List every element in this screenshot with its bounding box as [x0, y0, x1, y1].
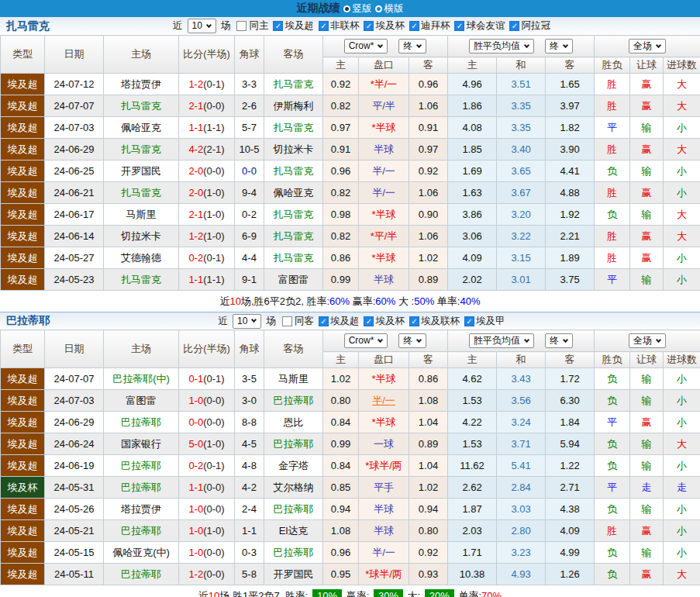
handicap-cell: *半球: [359, 368, 409, 390]
summary-value: 10: [209, 590, 219, 597]
home-odds-cell: 0.80: [323, 390, 359, 412]
avg-draw-cell: 3.01: [497, 269, 546, 291]
league-checkbox-5[interactable]: ✓: [509, 21, 519, 31]
avg-time-select[interactable]: 终: [545, 39, 573, 53]
avg-draw-cell: 3.65: [497, 160, 546, 182]
summary-value: 30%: [374, 589, 403, 597]
date-cell: 24-05-23: [45, 269, 104, 291]
result-cell: 负: [595, 204, 630, 226]
scope-select[interactable]: 全场: [629, 39, 666, 53]
handicap-cell: 半/一: [359, 182, 409, 204]
sub-column-header-8: 进球数: [664, 57, 700, 74]
avg-draw-cell: 3.03: [497, 499, 546, 520]
avg-away-cell: 5.94: [546, 433, 595, 455]
goals-cell: 走: [664, 477, 700, 499]
half-score: (0-0): [203, 503, 224, 515]
type-cell: 埃及超: [1, 520, 45, 542]
result-cell: 胜: [595, 182, 630, 204]
column-header-1: 日期: [45, 36, 104, 74]
handicap-result-cell: 赢: [630, 139, 664, 160]
score-cell: 4-2(2-1): [179, 139, 235, 160]
odds-time-select[interactable]: 终: [398, 333, 426, 348]
league-label-4: 球会友谊: [466, 19, 505, 33]
league-checkbox-2[interactable]: ✓: [409, 316, 419, 326]
league-checkbox-3[interactable]: ✓: [464, 316, 474, 326]
team-name: 巴拉蒂耶: [0, 314, 116, 328]
score-cell: 5-0(1-0): [179, 433, 235, 455]
avg-type-select[interactable]: 胜平负均值: [469, 39, 534, 53]
summary-text: 场,胜6平2负2, 胜率:: [241, 295, 329, 309]
handicap-result-cell: 赢: [630, 182, 664, 204]
home-team-cell: 巴拉蒂耶: [104, 455, 179, 477]
type-cell: 埃及超: [1, 74, 45, 95]
avg-away-cell: 1.65: [546, 74, 595, 95]
half-score: (0-1): [203, 78, 224, 90]
home-team-cell: 佩哈亚克(中): [104, 542, 179, 564]
horizontal-layout-radio[interactable]: [375, 5, 382, 12]
type-cell: 埃及杯: [1, 477, 45, 499]
away-team-cell: 扎马雷克: [264, 204, 323, 226]
avg-away-cell: 3.90: [546, 139, 595, 160]
horizontal-layout-label[interactable]: 横版: [384, 2, 404, 16]
full-score: 2-0: [188, 165, 203, 177]
same-venue-checkbox[interactable]: [282, 316, 292, 326]
half-score: (1-0): [203, 230, 224, 242]
date-cell: 24-05-21: [45, 520, 104, 542]
full-score: 0-2: [188, 252, 203, 264]
recent-count-select[interactable]: 10: [188, 19, 216, 33]
full-score: 1-1: [188, 274, 203, 285]
away-odds-cell: 1.06: [409, 226, 448, 247]
league-checkbox-0[interactable]: ✓: [319, 316, 329, 326]
handicap-cell: *半球: [359, 412, 409, 433]
scope-select[interactable]: 全场: [629, 333, 666, 348]
away-team-cell: 巴拉蒂耶: [264, 499, 323, 520]
league-checkbox-1[interactable]: ✓: [364, 316, 374, 326]
sub-column-header-5: 客: [546, 57, 595, 74]
handicap-result-cell: 输: [630, 204, 664, 226]
table-row: 埃及超24-06-19巴拉蒂耶0-2(0-1)4-8金字塔0.84*球半/两1.…: [1, 455, 700, 477]
result-cell: 平: [595, 412, 630, 433]
avg-time-select-value: 终: [550, 40, 559, 52]
corner-cell: 0-2: [235, 204, 264, 226]
league-checkbox-2[interactable]: ✓: [364, 21, 374, 31]
handicap-result-cell: 输: [630, 499, 664, 520]
home-odds-cell: 0.82: [323, 226, 359, 247]
vertical-layout-radio[interactable]: [343, 5, 350, 12]
bookmaker-select[interactable]: Crow*: [344, 333, 388, 348]
corner-cell: 8-8: [235, 412, 264, 433]
summary-text: 场,胜1平2负7, 胜率:: [219, 589, 311, 597]
avg-type-select[interactable]: 胜平负均值: [469, 333, 534, 348]
half-score: (2-1): [203, 143, 224, 155]
away-odds-cell: 0.92: [409, 160, 448, 182]
sub-column-header-2: 客: [409, 57, 448, 74]
vertical-layout-label[interactable]: 竖版: [353, 2, 372, 16]
chevron-down-icon: [656, 336, 661, 342]
result-cell: 胜: [595, 139, 630, 160]
league-checkbox-1[interactable]: ✓: [319, 21, 329, 31]
away-team-cell: 扎马雷克: [264, 247, 323, 269]
avg-type-select-value: 胜平负均值: [474, 40, 520, 52]
handicap-result-cell: 赢: [630, 226, 664, 247]
home-odds-cell: 0.99: [323, 269, 359, 291]
home-team-cell: 塔拉贾伊: [104, 499, 179, 520]
goals-cell: 小: [664, 182, 700, 204]
corner-cell: 4-4: [235, 247, 264, 269]
same-venue-checkbox[interactable]: [236, 21, 247, 31]
column-header-1: 日期: [45, 330, 104, 368]
recent-count-select[interactable]: 10: [233, 314, 261, 329]
avg-draw-cell: 3.71: [497, 433, 546, 455]
avg-away-cell: 4.88: [546, 182, 595, 204]
summary-value: 40%: [460, 295, 480, 307]
chevron-down-icon: [656, 42, 661, 47]
avg-draw-cell: 5.41: [497, 455, 546, 477]
column-header-2: 主场: [104, 330, 179, 368]
league-checkbox-4[interactable]: ✓: [454, 21, 464, 31]
bookmaker-select[interactable]: Crow*: [344, 39, 388, 53]
avg-time-select[interactable]: 终: [545, 333, 573, 348]
home-odds-cell: 0.84: [323, 412, 359, 433]
scope-select-value: 全场: [633, 335, 652, 347]
recent-count-select-value: 10: [192, 20, 202, 32]
odds-time-select[interactable]: 终: [398, 39, 426, 53]
league-checkbox-0[interactable]: ✓: [273, 21, 283, 31]
league-checkbox-3[interactable]: ✓: [409, 21, 419, 31]
